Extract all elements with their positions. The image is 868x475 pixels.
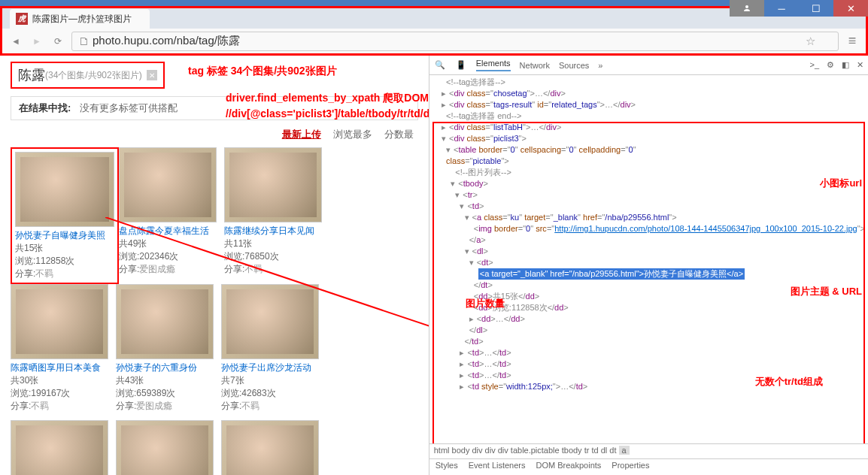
card-views: 浏览:112858次 — [15, 255, 114, 268]
card-views: 浏览:199167次 — [11, 387, 108, 400]
tab-title: 陈露图片—虎扑篮球图片 — [32, 13, 132, 26]
card-share: 分享:不羁 — [221, 400, 319, 413]
card-views: 浏览:202346次 — [119, 250, 217, 263]
annotation-count: 图片数量 — [466, 298, 505, 309]
address-bar-row: ◄ ► ⟳ 🗋 photo.hupu.com/nba/tag/陈露 ☆ ≡ — [0, 29, 868, 56]
card-title[interactable]: 孙悦妻子自曝健身美照 — [15, 230, 114, 242]
image-card[interactable]: 孙悦妻子自曝健身美照 共15张 浏览:112858次 分享:不羁 — [11, 147, 119, 284]
thumbnail[interactable] — [119, 147, 217, 222]
tag-chip: 陈露 (34个图集/共902张图片) ✕ — [11, 62, 165, 89]
devtools-tabs: 🔍 📱 Elements Network Sources » >_ ⚙ ◧ ✕ — [429, 56, 868, 75]
back-button[interactable]: ◄ — [8, 34, 23, 49]
browser-tab[interactable]: 虎 陈露图片—虎扑篮球图片 — [10, 9, 150, 29]
annotation-tag: tag 标签 34个图集/共902张图片 — [188, 65, 337, 78]
drawer-icon[interactable]: >_ — [809, 60, 819, 70]
image-card[interactable]: 孙悦妻子的六重身份 共43张 浏览:659389次 分享:爱图成瘾 — [116, 284, 221, 419]
image-grid: 孙悦妻子自曝健身美照 共15张 浏览:112858次 分享:不羁 盘点陈露今夏幸… — [11, 147, 418, 475]
tag-name: 陈露 — [18, 66, 45, 84]
card-count: 共49张 — [119, 238, 217, 250]
card-count: 共11张 — [224, 238, 322, 250]
image-card[interactable]: 陈露继续分享日本见闻 共11张 浏览:76850次 分享:不羁 — [224, 147, 329, 284]
annotation-multi: 无数个tr/td组成 — [755, 376, 823, 387]
card-views: 浏览:42683次 — [221, 387, 319, 400]
card-share: 分享:爱图成瘾 — [119, 263, 217, 276]
dock-icon[interactable]: ◧ — [842, 60, 849, 70]
panel-tab[interactable]: Properties — [612, 461, 649, 473]
forward-button[interactable]: ► — [29, 34, 44, 49]
thumbnail[interactable] — [116, 284, 214, 359]
thumbnail[interactable] — [11, 420, 108, 475]
devtools-close-icon[interactable]: ✕ — [857, 60, 863, 70]
thumbnail[interactable] — [15, 152, 114, 227]
sort-latest[interactable]: 最新上传 — [282, 128, 321, 141]
annotation-small-icon: 小图标url — [820, 177, 862, 189]
url-text: photo.hupu.com/nba/tag/陈露 — [93, 34, 240, 48]
user-icon[interactable] — [730, 0, 764, 17]
minimize-button[interactable]: ─ — [764, 0, 799, 17]
image-card[interactable]: 陈露晒图享用日本美食 共30张 浏览:199167次 分享:不羁 — [11, 284, 116, 419]
settings-icon[interactable]: ⚙ — [827, 60, 834, 70]
image-card[interactable]: 火辣！孙悦美妻时装秀 共44张 浏览:321490次 分享:爱图成瘾 — [11, 420, 116, 475]
card-share: 分享:不羁 — [11, 400, 108, 413]
menu-button[interactable]: ≡ — [845, 33, 860, 49]
maximize-button[interactable]: ☐ — [799, 0, 833, 17]
card-title[interactable]: 孙悦妻子出席沙龙活动 — [221, 362, 319, 374]
annotation-xpath: driver.find_elements_by_xpath 爬取DOM路径 //… — [226, 90, 429, 122]
tag-count: (34个图集/共902张图片) — [45, 69, 142, 82]
thumbnail[interactable] — [221, 420, 319, 475]
thumbnail[interactable] — [221, 284, 319, 359]
favicon-icon: 虎 — [16, 13, 28, 25]
svg-point-0 — [745, 5, 748, 8]
card-title[interactable]: 陈露继续分享日本见闻 — [224, 225, 322, 238]
annotation-topic: 图片主题 & URL — [791, 286, 862, 297]
close-button[interactable]: ✕ — [833, 0, 868, 17]
devtools-bottom-tabs: StylesEvent ListenersDOM BreakpointsProp… — [429, 458, 868, 475]
card-title[interactable]: 盘点陈露今夏幸福生活 — [119, 225, 217, 238]
reload-button[interactable]: ⟳ — [50, 34, 65, 49]
card-title[interactable]: 陈露晒图享用日本美食 — [11, 362, 108, 374]
panel-tab[interactable]: DOM Breakpoints — [536, 461, 602, 473]
dom-tree[interactable]: 小图标url 图片主题 & URL 图片数量 无数个tr/td组成 <!--ta… — [429, 75, 868, 443]
sort-bar: 最新上传 浏览最多 分数最 — [11, 128, 418, 141]
card-share: 分享:爱图成瘾 — [116, 400, 214, 413]
card-share: 分享:不羁 — [15, 268, 114, 280]
image-card[interactable]: 孙悦爱妻堪称自拍达人 共44张 浏览:375906次 分享:不羁 — [221, 420, 326, 475]
address-input[interactable]: 🗋 photo.hupu.com/nba/tag/陈露 ☆ — [71, 32, 839, 51]
image-card[interactable]: 盘点陈露今夏幸福生活 共49张 浏览:202346次 分享:爱图成瘾 — [119, 147, 224, 284]
tab-network[interactable]: Network — [520, 61, 550, 70]
card-count: 共30张 — [11, 374, 108, 387]
image-card[interactable]: 孙悦父女情深陈露吃醋 共27张 浏览:233926次 分享:不羁 — [116, 420, 221, 475]
panel-tab[interactable]: Styles — [436, 461, 458, 473]
devtools-panel: 🔍 📱 Elements Network Sources » >_ ⚙ ◧ ✕ … — [429, 56, 868, 475]
image-card[interactable]: 孙悦妻子出席沙龙活动 共7张 浏览:42683次 分享:不羁 — [221, 284, 326, 419]
inspect-icon[interactable]: 🔍 — [434, 60, 446, 70]
filter-msg: 没有更多标签可供搭配 — [80, 102, 178, 113]
card-share: 分享:不羁 — [224, 263, 322, 276]
tab-sources[interactable]: Sources — [559, 61, 589, 70]
card-title[interactable]: 孙悦妻子的六重身份 — [116, 362, 214, 374]
tag-close-icon[interactable]: ✕ — [147, 70, 157, 80]
thumbnail[interactable] — [116, 420, 214, 475]
filter-label: 在结果中找: — [19, 102, 71, 113]
sort-views[interactable]: 浏览最多 — [333, 128, 372, 141]
thumbnail[interactable] — [11, 284, 108, 359]
card-count: 共7张 — [221, 374, 319, 387]
panel-tab[interactable]: Event Listeners — [469, 461, 526, 473]
dom-breadcrumb[interactable]: html body div div div table.pictable tbo… — [429, 443, 868, 458]
device-icon[interactable]: 📱 — [455, 60, 467, 70]
tab-elements[interactable]: Elements — [476, 59, 511, 71]
card-count: 共15张 — [15, 242, 114, 255]
card-views: 浏览:76850次 — [224, 250, 322, 263]
card-count: 共43张 — [116, 374, 214, 387]
thumbnail[interactable] — [224, 147, 322, 222]
sort-scores[interactable]: 分数最 — [384, 128, 414, 141]
card-views: 浏览:659389次 — [116, 387, 214, 400]
tab-more[interactable]: » — [598, 61, 602, 70]
